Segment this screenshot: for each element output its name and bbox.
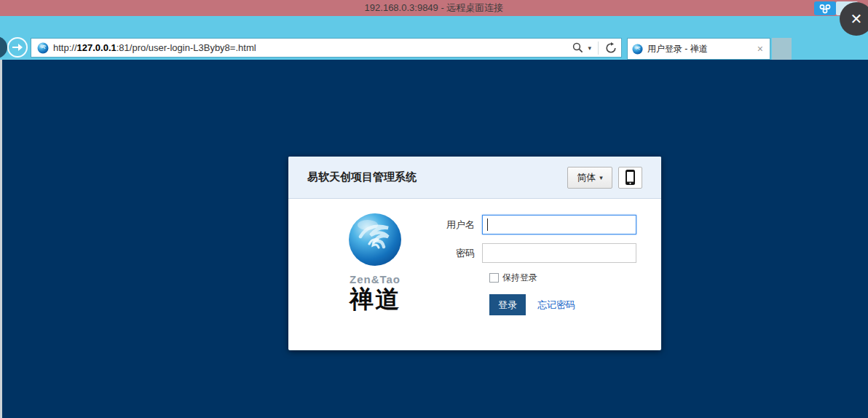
chevron-down-icon: ▾	[599, 174, 603, 181]
login-button[interactable]: 登录	[489, 294, 526, 315]
network-nodes-icon	[818, 4, 832, 14]
rdp-connection-button[interactable]	[814, 1, 836, 15]
refresh-icon[interactable]	[605, 42, 617, 54]
window-left-border	[0, 60, 2, 418]
browser-tab-login[interactable]: 用户登录 - 禅道 ×	[627, 38, 770, 60]
browser-chrome: http://127.0.0.1:81/pro/user-login-L3Byb…	[0, 16, 868, 60]
system-title: 易软天创项目管理系统	[307, 170, 567, 184]
keep-login-label: 保持登录	[502, 272, 537, 284]
password-label: 密码	[437, 247, 482, 260]
zentao-logo-icon	[347, 212, 403, 267]
brand-name-en: Zen&Tao	[350, 273, 401, 285]
brand-column: Zen&Tao 禅道	[313, 212, 437, 315]
search-icon[interactable]	[572, 42, 583, 53]
login-card-header: 易软天创项目管理系统 简体 ▾	[288, 157, 661, 199]
keep-login-checkbox[interactable]	[489, 273, 499, 283]
mobile-phone-icon	[625, 169, 636, 186]
close-icon: ✕	[851, 10, 863, 28]
brand-name-cn: 禅道	[350, 287, 401, 311]
back-button[interactable]	[0, 36, 7, 58]
keep-login-row: 保持登录	[489, 272, 661, 284]
forward-button[interactable]	[7, 37, 28, 58]
tab-title: 用户登录 - 禅道	[647, 43, 755, 55]
login-card: 易软天创项目管理系统 简体 ▾ Z	[288, 157, 661, 350]
language-dropdown-button[interactable]: 简体 ▾	[567, 167, 612, 189]
forgot-password-link[interactable]: 忘记密码	[537, 299, 575, 312]
search-dropdown-caret-icon[interactable]: ▾	[588, 44, 591, 52]
forward-arrow-icon	[12, 43, 23, 52]
login-form: 用户名 密码 保持登录 登录 忘记密码	[437, 212, 661, 315]
url-path: :81/pro/user-login-L3Byby8=.html	[117, 42, 256, 53]
url-scheme: http://	[53, 42, 77, 53]
action-row: 登录 忘记密码	[489, 294, 661, 315]
new-tab-button[interactable]	[772, 38, 792, 60]
address-bar-divider	[598, 42, 599, 55]
text-caret	[487, 218, 488, 231]
url-host: 127.0.0.1	[77, 42, 117, 53]
rdp-titlebar: 192.168.0.3:9849 - 远程桌面连接	[0, 0, 868, 16]
tab-favicon-icon	[632, 44, 643, 55]
page-background: 易软天创项目管理系统 简体 ▾ Z	[0, 60, 868, 418]
login-card-body: Zen&Tao 禅道 用户名 密码 保持登录	[288, 199, 661, 315]
username-label: 用户名	[437, 218, 482, 232]
rdp-title: 192.168.0.3:9849 - 远程桌面连接	[365, 1, 504, 15]
username-row: 用户名	[437, 215, 661, 234]
password-input[interactable]	[482, 243, 636, 263]
password-row: 密码	[437, 243, 661, 263]
username-input[interactable]	[482, 215, 636, 234]
url-text[interactable]: http://127.0.0.1:81/pro/user-login-L3Byb…	[53, 42, 572, 53]
mobile-version-button[interactable]	[618, 167, 642, 189]
tab-close-icon[interactable]: ×	[755, 43, 765, 55]
site-favicon-icon	[37, 42, 49, 54]
language-label: 简体	[577, 171, 596, 184]
close-button[interactable]: ✕	[840, 2, 868, 36]
address-bar[interactable]: http://127.0.0.1:81/pro/user-login-L3Byb…	[31, 38, 622, 58]
